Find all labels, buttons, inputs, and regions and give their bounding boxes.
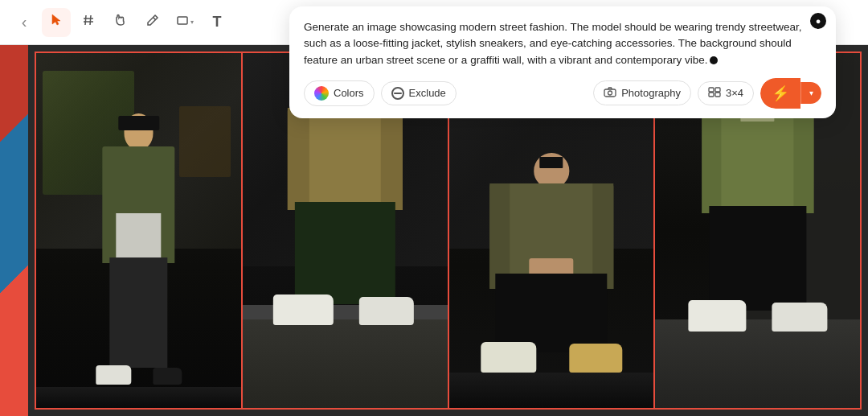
photo2-pants: [295, 202, 395, 304]
generate-dropdown-button[interactable]: ▾: [800, 82, 821, 104]
photo2-shoe-right: [359, 297, 414, 325]
photo1-pants: [110, 257, 167, 369]
pen-icon: [146, 14, 159, 31]
photo4-jacket-l: [702, 109, 721, 214]
svg-line-5: [154, 18, 156, 20]
text-tool-button[interactable]: T: [203, 8, 231, 37]
select-tool-button[interactable]: [42, 8, 71, 37]
frame-tool-button[interactable]: [74, 8, 103, 37]
photo1-shirt: [116, 213, 161, 263]
photo1-hair: [118, 116, 159, 130]
svg-line-2: [90, 15, 91, 25]
photo3-figure: [477, 153, 624, 373]
back-button[interactable]: ‹: [10, 8, 39, 37]
photo3-shoe-left: [481, 342, 537, 373]
photo1-shoe-left: [96, 365, 132, 385]
lightning-icon: ⚡: [772, 84, 789, 102]
photo2-shoe-left: [273, 294, 334, 325]
svg-rect-12: [715, 93, 720, 97]
photo4-jacket-r: [794, 109, 813, 214]
grid-size-button[interactable]: 3×4: [698, 81, 754, 105]
camera-icon: [604, 86, 616, 100]
photo4-shoe-left: [688, 300, 747, 332]
exclude-button[interactable]: Exclude: [381, 81, 457, 105]
photo4-shoe-right: [772, 303, 827, 332]
colors-icon: [314, 86, 329, 101]
prompt-text-content: Generate an image showcasing modern stre…: [304, 21, 802, 66]
left-panel: [0, 45, 28, 416]
pen-tool-button[interactable]: [138, 8, 167, 37]
photography-button[interactable]: Photography: [593, 80, 691, 105]
hand-icon: [114, 14, 127, 31]
photo4-pants: [709, 206, 806, 311]
svg-point-8: [608, 91, 612, 95]
left-panel-image: [0, 45, 28, 416]
hand-tool-button[interactable]: [106, 8, 135, 37]
colors-label: Colors: [334, 87, 364, 99]
toolbar: ‹: [0, 0, 868, 45]
photo3-shoe-right: [569, 344, 622, 373]
select-icon: [50, 14, 63, 31]
exclude-label: Exclude: [409, 87, 446, 99]
svg-rect-7: [604, 89, 616, 97]
photo3-pants: [495, 274, 607, 352]
svg-rect-9: [709, 88, 714, 92]
photography-label: Photography: [621, 87, 681, 99]
colors-button[interactable]: Colors: [304, 80, 375, 106]
photo3-floor: [449, 373, 654, 408]
photo1-shoe-right: [153, 368, 182, 385]
svg-rect-6: [178, 17, 187, 24]
photo2-jacket-left: [288, 108, 309, 210]
grid-icon: [708, 87, 721, 100]
photo1-figure: [88, 113, 190, 390]
svg-line-1: [85, 15, 86, 25]
popup-close-button[interactable]: ●: [810, 13, 826, 29]
svg-rect-10: [715, 88, 720, 92]
exclude-icon: [391, 87, 404, 100]
prompt-popup: ● Generate an image showcasing modern st…: [289, 6, 836, 118]
image-cell-1[interactable]: [36, 53, 243, 408]
back-icon: ‹: [22, 13, 27, 31]
shape-dropdown-icon: ▾: [190, 19, 194, 26]
hashtag-icon: [82, 14, 95, 31]
rectangle-icon: [176, 14, 189, 31]
generate-button-group: ⚡ ▾: [760, 78, 821, 109]
shape-tool-button[interactable]: ▾: [170, 8, 199, 37]
prompt-end-dot: [710, 56, 718, 64]
svg-marker-0: [52, 14, 60, 25]
photo3-hair: [539, 157, 563, 168]
text-icon: T: [213, 14, 222, 31]
grid-size-label: 3×4: [726, 87, 743, 99]
photo2-jacket-right: [381, 108, 403, 210]
photo1-floor: [36, 387, 241, 408]
photo-scene-1: [36, 53, 241, 408]
chevron-down-icon: ▾: [809, 89, 813, 97]
prompt-text: Generate an image showcasing modern stre…: [304, 19, 821, 68]
svg-rect-11: [709, 93, 714, 97]
prompt-actions-bar: Colors Exclude Photography: [304, 78, 821, 109]
generate-main-button[interactable]: ⚡: [760, 78, 800, 109]
